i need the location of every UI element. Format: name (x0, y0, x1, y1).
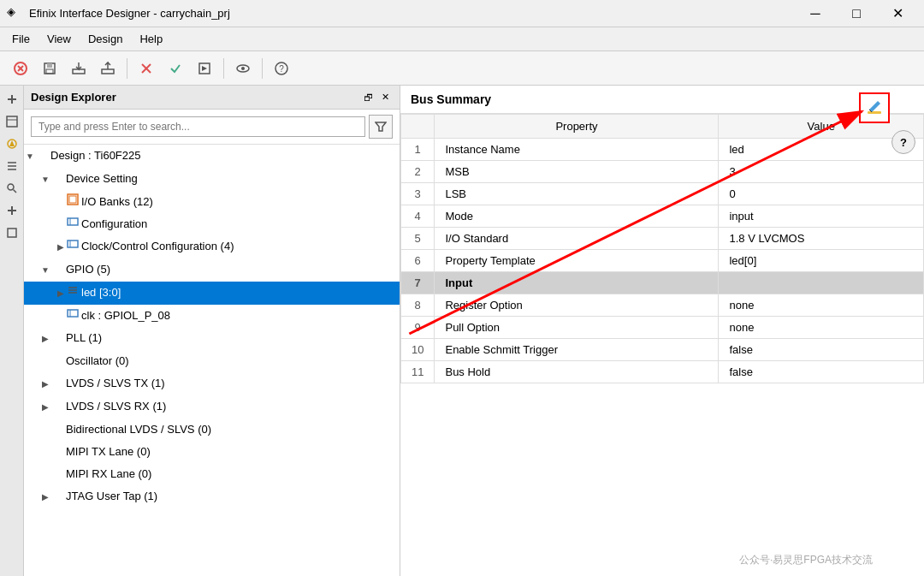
label-lvds-tx: LVDS / SLVS TX (1) (66, 377, 165, 389)
label-gpio: GPIO (5) (66, 263, 110, 276)
filter-button[interactable] (369, 115, 393, 139)
menu-help[interactable]: Help (131, 29, 171, 49)
close-button[interactable]: ✕ (878, 0, 917, 27)
row-property: Mode (435, 205, 719, 228)
toggle-pll[interactable]: ▶ (39, 330, 51, 348)
toolbar-import[interactable] (94, 55, 121, 82)
property-table: Property Value 1 Instance Name led 2 MSB… (400, 114, 924, 383)
col-property: Property (435, 115, 719, 139)
bus-summary-title: Bus Summary (400, 86, 924, 114)
label-pll: PLL (1) (66, 331, 102, 344)
svg-marker-20 (9, 140, 15, 146)
icon-led (67, 283, 79, 302)
toolbar-close[interactable] (7, 55, 34, 82)
row-num: 9 (401, 317, 435, 339)
strip-layers[interactable] (2, 223, 22, 243)
toolbar-generate[interactable] (191, 55, 218, 82)
icon-clk (67, 306, 79, 325)
toggle-lvds-tx[interactable]: ▶ (39, 375, 51, 394)
row-property: I/O Standard (435, 228, 719, 250)
table-row: 6 Property Template led[0] (401, 250, 924, 272)
menu-design[interactable]: Design (80, 29, 131, 49)
toolbar-view[interactable] (229, 55, 257, 82)
tree-item-configuration[interactable]: Configuration (24, 213, 400, 235)
label-mipi-rx: MIPI RX Lane (0) (66, 467, 151, 480)
svg-rect-31 (69, 196, 76, 203)
explorer-tree: ▼Design : Ti60F225▼Device SettingI/O Ban… (24, 145, 400, 576)
watermark: 公众号·易灵思FPGA技术交流 (739, 553, 873, 567)
label-jtag: JTAG User Tap (1) (66, 490, 157, 502)
tree-item-jtag[interactable]: ▶JTAG User Tap (1) (24, 485, 400, 508)
tree-item-oscillator[interactable]: Oscillator (0) (24, 350, 400, 372)
table-row: 4 Mode input (401, 205, 924, 228)
table-row: 3 LSB 0 (401, 183, 924, 205)
tree-item-device-setting[interactable]: ▼Device Setting (24, 168, 400, 191)
strip-nav3[interactable] (2, 156, 22, 176)
row-value (719, 272, 924, 294)
strip-add[interactable] (2, 89, 22, 110)
help-right-button[interactable]: ? (891, 130, 915, 154)
tree-item-pll[interactable]: ▶PLL (1) (24, 327, 400, 350)
toggle-device-setting[interactable]: ▼ (39, 170, 51, 189)
explorer-close-btn[interactable]: ✕ (377, 90, 393, 105)
tree-item-gpio[interactable]: ▼GPIO (5) (24, 258, 400, 282)
app-icon: ◈ (7, 5, 24, 22)
label-clk: clk : GPIOL_P_08 (81, 309, 170, 322)
toggle-clock-control[interactable]: ▶ (55, 238, 67, 257)
tree-item-mipi-rx[interactable]: MIPI RX Lane (0) (24, 463, 400, 485)
label-bidi-lvds: Bidirectional LVDS / SLVS (0) (66, 423, 211, 436)
row-value: 0 (719, 183, 924, 205)
maximize-button[interactable]: □ (837, 0, 876, 27)
toolbar-check[interactable] (162, 55, 189, 82)
minimize-button[interactable]: ─ (796, 0, 835, 27)
property-table-scroll: Property Value 1 Instance Name led 2 MSB… (400, 114, 924, 576)
row-value: input (719, 205, 924, 228)
explorer-restore-btn[interactable]: 🗗 (360, 90, 376, 105)
label-configuration: Configuration (81, 217, 147, 230)
table-row: 8 Register Option none (401, 294, 924, 317)
tree-item-design[interactable]: ▼Design : Ti60F225 (24, 145, 400, 168)
explorer-title: Design Explorer (31, 91, 116, 104)
svg-rect-4 (47, 63, 52, 68)
tree-item-io-banks[interactable]: I/O Banks (12) (24, 191, 400, 213)
tree-item-bidi-lvds[interactable]: Bidirectional LVDS / SLVS (0) (24, 419, 400, 441)
svg-text:?: ? (279, 64, 284, 74)
svg-marker-42 (869, 101, 880, 112)
tree-item-mipi-tx[interactable]: MIPI TX Lane (0) (24, 441, 400, 463)
toolbar-delete[interactable] (133, 55, 160, 82)
search-input[interactable] (31, 116, 365, 137)
tree-item-lvds-rx[interactable]: ▶LVDS / SLVS RX (1) (24, 395, 400, 419)
toggle-lvds-rx[interactable]: ▶ (39, 398, 51, 417)
table-row: 2 MSB 3 (401, 161, 924, 183)
svg-rect-7 (102, 69, 114, 74)
svg-line-25 (13, 190, 16, 193)
row-property: Bus Hold (435, 361, 719, 383)
tree-item-lvds-tx[interactable]: ▶LVDS / SLVS TX (1) (24, 372, 400, 395)
toggle-gpio[interactable]: ▼ (39, 261, 51, 280)
explorer-header: Design Explorer 🗗 ✕ (24, 86, 400, 110)
toolbar: ? (0, 51, 924, 86)
toggle-jtag[interactable]: ▶ (39, 488, 51, 507)
menu-view[interactable]: View (38, 29, 80, 49)
toolbar-export[interactable] (65, 55, 92, 82)
strip-plus2[interactable] (2, 200, 22, 221)
left-strip (0, 86, 24, 576)
toggle-design[interactable]: ▼ (24, 147, 36, 166)
toolbar-help[interactable]: ? (268, 55, 295, 82)
strip-search[interactable] (2, 178, 22, 199)
strip-nav2[interactable] (2, 134, 22, 154)
row-value: none (719, 317, 924, 339)
row-property: Property Template (435, 250, 719, 272)
explorer-header-buttons: 🗗 ✕ (360, 90, 393, 105)
edit-button[interactable] (859, 92, 890, 123)
menu-file[interactable]: File (3, 29, 38, 49)
tree-item-clk[interactable]: clk : GPIOL_P_08 (24, 305, 400, 327)
toolbar-save[interactable] (36, 55, 63, 82)
icon-clock-control (67, 237, 79, 256)
toggle-led[interactable]: ▶ (55, 284, 67, 303)
tree-item-led[interactable]: ▶led [3:0] (24, 282, 400, 305)
tree-item-clock-control[interactable]: ▶Clock/Control Configuration (4) (24, 235, 400, 258)
strip-nav1[interactable] (2, 111, 22, 132)
menubar: File View Design Help (0, 27, 924, 51)
main-layout: Design Explorer 🗗 ✕ ▼Design : Ti60F225▼D… (0, 86, 924, 576)
